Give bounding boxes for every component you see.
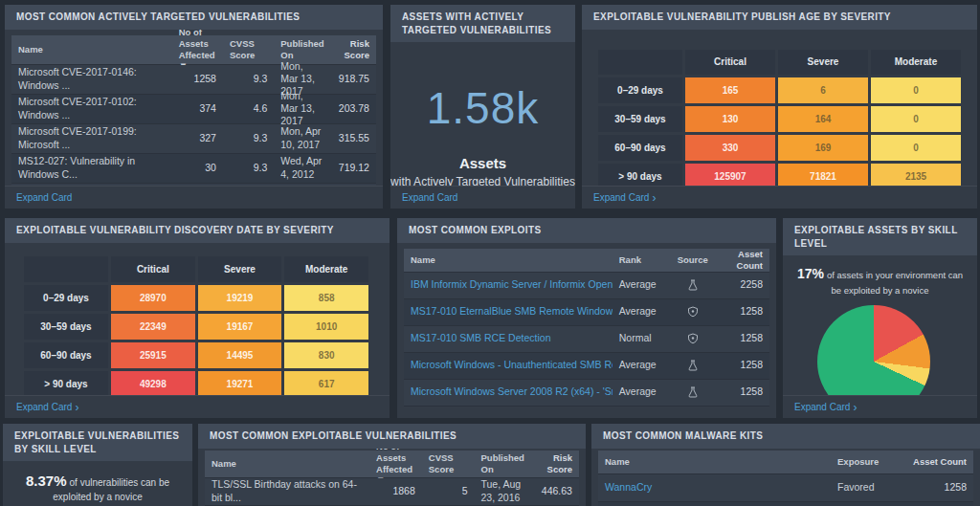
heatmap-cell: 22349 xyxy=(111,314,195,340)
card-body: Critical Severe Moderate 0–29 days 28970… xyxy=(5,243,390,396)
asset-count: 1258 xyxy=(715,301,769,321)
table-row[interactable]: Microsoft Windows - Unauthenticated SMB … xyxy=(404,353,769,380)
stat-label: Assets xyxy=(390,155,575,171)
heatmap-cell: 1010 xyxy=(284,314,368,340)
col-name[interactable]: Name xyxy=(205,454,369,473)
expand-card-label: Expand Card xyxy=(16,192,72,203)
table-row[interactable]: MS12-027: Vulnerability in Windows C... … xyxy=(11,154,376,184)
col-cvss-score[interactable]: CVSS Score xyxy=(223,34,274,65)
exposure-value: Favored xyxy=(831,477,902,497)
skill-summary: 8.37%of vulnerabilities can be exploited… xyxy=(3,461,192,504)
assets-affected: 1868 xyxy=(369,481,422,501)
heatmap-cell: 25915 xyxy=(111,342,195,368)
expand-card-link[interactable]: Expand Card xyxy=(390,186,575,209)
heatmap-cell: 125907 xyxy=(685,164,775,187)
table-row[interactable]: MS17-010 SMB RCE Detection Normal 1258 xyxy=(404,326,769,353)
expand-card-link[interactable]: Expand Card xyxy=(5,186,383,209)
card-title: EXPLOITABLE VULNERABILITY PUBLISH AGE BY… xyxy=(582,5,977,30)
col-severe: Severe xyxy=(198,256,282,282)
assets-affected: 30 xyxy=(172,158,223,178)
table-row[interactable]: Microsoft CVE-2017-0199: Microsoft ... 3… xyxy=(11,124,376,154)
heatmap-cell: 858 xyxy=(284,285,368,311)
malware-name-link[interactable]: WannaCry xyxy=(598,477,831,497)
skill-summary: 17%of assets in your environment can be … xyxy=(783,255,977,297)
card-publish-age: EXPLOITABLE VULNERABILITY PUBLISH AGE BY… xyxy=(582,5,977,209)
chevron-right-icon: › xyxy=(75,404,78,411)
card-title: MOST COMMON EXPLOITS xyxy=(397,218,776,243)
col-cvss-score[interactable]: CVSS Score xyxy=(422,449,475,479)
exploit-name-link[interactable]: MS17-010 EternalBlue SMB Remote Windows … xyxy=(404,301,612,321)
col-asset-count[interactable]: Asset Count xyxy=(715,245,769,275)
col-name[interactable]: Name xyxy=(598,452,831,472)
row-label: 60–90 days xyxy=(598,135,682,161)
col-critical: Critical xyxy=(685,50,775,75)
col-name[interactable]: Name xyxy=(11,40,172,59)
published-on: Mon, Apr 10, 2017 xyxy=(274,121,328,154)
exploit-name-link[interactable]: IBM Informix Dynamic Server / Informix O… xyxy=(404,275,612,295)
chevron-right-icon: › xyxy=(853,404,857,411)
skill-stat: 8.37% xyxy=(26,473,67,489)
col-severe: Severe xyxy=(778,50,868,75)
heatmap-cell: 28970 xyxy=(111,285,195,311)
heatmap-cell: 19167 xyxy=(198,314,282,340)
discovery-date-heatmap: Critical Severe Moderate 0–29 days 28970… xyxy=(24,256,368,396)
card-body: 1.58k Assets with Actively Targeted Vuln… xyxy=(390,42,575,186)
table-row[interactable]: Microsoft CVE-2017-0102: Windows ... 374… xyxy=(11,95,376,124)
col-risk-score[interactable]: Risk Score xyxy=(530,449,579,479)
col-name[interactable]: Name xyxy=(404,251,612,270)
card-title: EXPLOITABLE ASSETS BY SKILL LEVEL xyxy=(783,218,977,255)
card-discovery-date: EXPLOITABLE VULNERABILITY DISCOVERY DATE… xyxy=(5,218,390,418)
card-assets-targeted: ASSETS WITH ACTIVELY TARGETED VULNERABIL… xyxy=(390,5,575,209)
col-exposure[interactable]: Exposure xyxy=(831,452,902,472)
vuln-name: Microsoft CVE-2017-0102: Windows ... xyxy=(11,92,172,124)
expand-card-link[interactable]: Expand Card › xyxy=(783,395,977,418)
table-header-row: Name Rank Source Asset Count xyxy=(404,249,769,273)
heatmap-corner xyxy=(24,256,108,282)
table-row[interactable]: Security update for Adobe AIR (CVE-2... … xyxy=(11,184,376,187)
card-body: Name Exposure Asset Count WannaCry Favor… xyxy=(591,449,980,506)
col-risk-score[interactable]: Risk Score xyxy=(328,34,376,65)
asset-count: 2258 xyxy=(715,275,769,295)
table-header-row: Name No of Assets Affected ▼ CVSS Score … xyxy=(205,451,579,478)
exploit-name-link[interactable]: Microsoft Windows - Unauthenticated SMB … xyxy=(404,355,612,375)
table-row[interactable]: IBM Informix Dynamic Server / Informix O… xyxy=(404,273,769,299)
asset-count: 1258 xyxy=(715,382,769,402)
expand-card-link[interactable]: Expand Card › xyxy=(582,186,977,209)
shield-icon xyxy=(671,329,715,348)
rank-value: Average xyxy=(612,382,671,402)
table-row[interactable]: TLS/SSL Birthday attacks on 64-bit bl...… xyxy=(205,478,579,506)
card-title: MOST COMMON ACTIVELY TARGETED VULNERABIL… xyxy=(5,5,383,30)
expand-card-label: Expand Card xyxy=(16,402,72,412)
col-rank[interactable]: Rank xyxy=(612,251,671,270)
heatmap-cell: 19219 xyxy=(198,285,282,311)
expand-card-link[interactable]: Expand Card › xyxy=(5,395,390,418)
row-label: 0–29 days xyxy=(598,77,682,103)
shield-icon xyxy=(671,302,715,321)
heatmap-cell: 6 xyxy=(778,77,868,103)
table-header-row: Name Exposure Asset Count xyxy=(598,451,973,474)
risk-score: 918.75 xyxy=(328,69,376,89)
card-title: MOST COMMON MALWARE KITS xyxy=(591,424,980,449)
exploit-name-link[interactable]: MS17-010 SMB RCE Detection xyxy=(404,328,612,348)
col-asset-count[interactable]: Asset Count xyxy=(902,452,973,472)
cvss-score: 5 xyxy=(422,481,475,501)
table-row[interactable] xyxy=(598,502,973,506)
col-source[interactable]: Source xyxy=(671,251,715,270)
table-row[interactable]: MS17-010 EternalBlue SMB Remote Windows … xyxy=(404,299,769,326)
table-row[interactable]: WannaCry Favored 1258 xyxy=(598,474,973,502)
row-label: 30–59 days xyxy=(598,106,682,132)
heatmap-cell: 169 xyxy=(778,135,868,161)
cvss-score: 9.3 xyxy=(223,69,274,89)
table-row[interactable]: Microsoft Windows Server 2008 R2 (x64) -… xyxy=(404,380,769,407)
skill-pie-chart xyxy=(817,305,930,395)
asset-count: 1258 xyxy=(715,355,769,375)
heatmap-cell: 164 xyxy=(778,106,868,132)
asset-count: 1258 xyxy=(715,328,769,348)
risk-score: 446.63 xyxy=(530,481,579,501)
risk-score: 315.55 xyxy=(328,128,376,148)
card-title: ASSETS WITH ACTIVELY TARGETED VULNERABIL… xyxy=(390,5,575,42)
exploit-name-link[interactable]: Microsoft Windows Server 2008 R2 (x64) -… xyxy=(404,382,612,402)
card-title: EXPLOITABLE VULNERABILITIES BY SKILL LEV… xyxy=(3,424,192,461)
vuln-name: MS12-027: Vulnerability in Windows C... xyxy=(11,151,172,184)
card-vulns-by-skill: EXPLOITABLE VULNERABILITIES BY SKILL LEV… xyxy=(3,424,192,506)
